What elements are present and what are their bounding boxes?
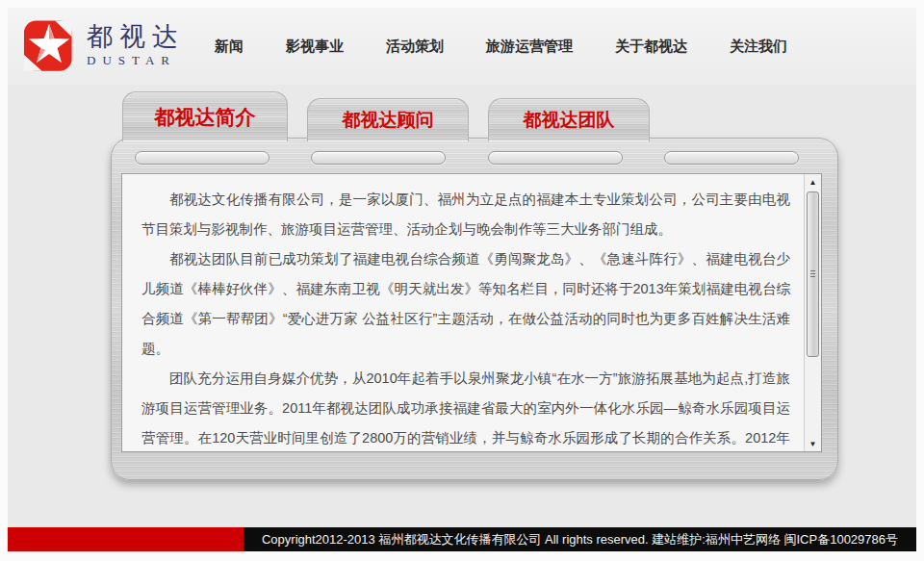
nav-item-film-tv[interactable]: 影视事业 [286, 38, 344, 56]
content-box: 都视达文化传播有限公司，是一家以厦门、福州为立足点的福建本土专业策划公司，公司主… [121, 173, 822, 452]
vent-row [135, 151, 799, 165]
tab-team[interactable]: 都视达团队 [488, 98, 650, 141]
intro-paragraph: 都视达文化传播有限公司，是一家以厦门、福州为立足点的福建本土专业策划公司，公司主… [141, 185, 790, 244]
star-logo-icon [19, 15, 79, 75]
vent-slot [135, 151, 270, 165]
scroll-down-icon[interactable]: ▼ [805, 436, 821, 451]
scroll-up-icon[interactable]: ▲ [805, 174, 821, 190]
page: 都视达 DUSTAR 新闻 影视事业 活动策划 旅游运营管理 关于都视达 关注我… [0, 0, 924, 561]
scrollbar-grip-icon [810, 270, 815, 279]
footer-red-block [8, 527, 244, 551]
content-panel: 都视达文化传播有限公司，是一家以厦门、福州为立足点的福建本土专业策划公司，公司主… [111, 138, 838, 480]
nav-item-event-planning[interactable]: 活动策划 [386, 38, 444, 56]
nav-item-news[interactable]: 新闻 [215, 38, 244, 56]
main-nav: 新闻 影视事业 活动策划 旅游运营管理 关于都视达 关注我们 [215, 8, 787, 85]
tab-bar: 都视达简介 都视达顾问 都视达团队 [122, 91, 650, 141]
logo[interactable]: 都视达 DUSTAR [19, 15, 185, 75]
vent-slot [311, 151, 446, 165]
vent-slot [664, 151, 799, 165]
main-area: 都视达简介 都视达顾问 都视达团队 都视达文化传播有限公司，是一家以厦门、福州为… [8, 85, 916, 527]
nav-item-follow-us[interactable]: 关注我们 [730, 38, 787, 56]
copyright-text: Copyright2012-2013 福州都视达文化传播有限公司 All rig… [262, 531, 898, 548]
intro-paragraph: 都视达团队目前已成功策划了福建电视台综合频道《勇闯聚龙岛》、《急速斗阵行》、福建… [141, 244, 790, 364]
tab-company-intro[interactable]: 都视达简介 [122, 91, 288, 141]
nav-item-tourism-management[interactable]: 旅游运营管理 [486, 38, 573, 56]
logo-title: 都视达 [87, 22, 185, 51]
logo-text: 都视达 DUSTAR [87, 22, 185, 68]
intro-paragraph: 团队充分运用自身媒介优势，从2010年起着手以泉州聚龙小镇“在水一方”旅游拓展基… [141, 364, 790, 451]
footer-bar: Copyright2012-2013 福州都视达文化传播有限公司 All rig… [244, 527, 916, 551]
scrollbar-thumb[interactable] [807, 191, 819, 357]
vertical-scrollbar[interactable]: ▲ ▼ [804, 174, 821, 451]
company-intro-text: 都视达文化传播有限公司，是一家以厦门、福州为立足点的福建本土专业策划公司，公司主… [122, 174, 804, 451]
vent-slot [488, 151, 623, 165]
header: 都视达 DUSTAR 新闻 影视事业 活动策划 旅游运营管理 关于都视达 关注我… [8, 8, 916, 85]
tab-consultants[interactable]: 都视达顾问 [307, 98, 469, 141]
nav-item-about[interactable]: 关于都视达 [615, 38, 687, 56]
footer: Copyright2012-2013 福州都视达文化传播有限公司 All rig… [8, 527, 916, 551]
site-wrapper: 都视达 DUSTAR 新闻 影视事业 活动策划 旅游运营管理 关于都视达 关注我… [8, 8, 916, 551]
logo-subtitle: DUSTAR [87, 53, 185, 68]
